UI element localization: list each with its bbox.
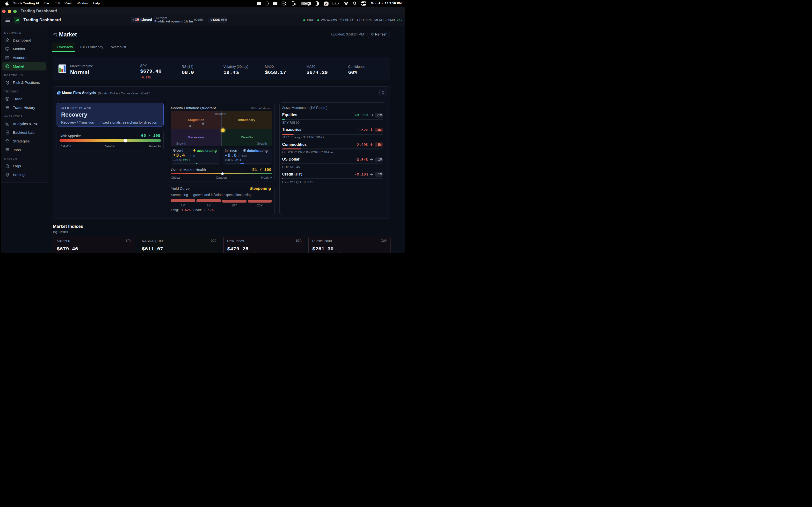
svg-text:A: A [325, 2, 327, 5]
